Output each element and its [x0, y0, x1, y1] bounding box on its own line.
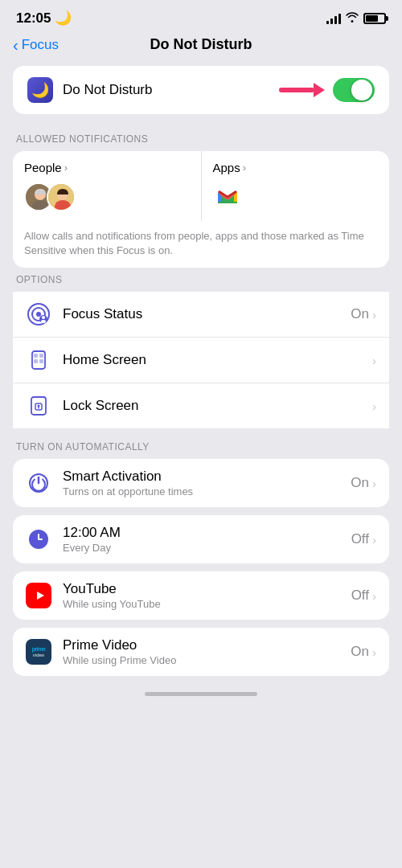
- youtube-card[interactable]: YouTube While using YouTube Off ›: [13, 571, 389, 620]
- battery-icon: [363, 13, 386, 24]
- youtube-value: Off: [351, 588, 369, 604]
- youtube-chevron-icon: ›: [372, 589, 376, 603]
- midnight-row[interactable]: 12:00 AM Every Day Off ›: [13, 515, 389, 563]
- back-button[interactable]: ‹ Focus: [13, 37, 59, 53]
- lock-screen-chevron-icon: ›: [372, 399, 376, 413]
- youtube-row[interactable]: YouTube While using YouTube Off ›: [13, 571, 389, 620]
- moon-icon: 🌙: [55, 10, 72, 27]
- nav-header: ‹ Focus Do Not Disturb: [0, 31, 402, 66]
- people-title: People ›: [24, 161, 190, 174]
- people-chevron-icon: ›: [64, 162, 68, 174]
- apps-section[interactable]: Apps ›: [202, 151, 390, 221]
- notifications-split: People ›: [13, 151, 389, 221]
- prime-video-title: Prime Video: [63, 637, 351, 653]
- gmail-icon: [213, 182, 242, 211]
- lock-screen-text: Lock Screen: [63, 398, 372, 414]
- midnight-title: 12:00 AM: [63, 525, 351, 541]
- focus-status-value: On: [351, 306, 369, 322]
- home-screen-title: Home Screen: [63, 352, 372, 368]
- youtube-title: YouTube: [63, 581, 351, 597]
- midnight-text: 12:00 AM Every Day: [63, 525, 351, 554]
- midnight-chevron-icon: ›: [372, 533, 376, 547]
- dnd-icon: 🌙: [27, 77, 53, 103]
- smart-activation-row[interactable]: Smart Activation Turns on at opportune t…: [13, 459, 389, 507]
- smart-activation-chevron-icon: ›: [372, 477, 376, 490]
- prime-video-right: On ›: [351, 644, 376, 660]
- svg-point-20: [38, 405, 40, 407]
- arrow-line: [279, 88, 314, 92]
- svg-rect-14: [34, 354, 38, 358]
- midnight-card[interactable]: 12:00 AM Every Day Off ›: [13, 515, 389, 563]
- people-section[interactable]: People ›: [13, 151, 202, 221]
- lock-screen-icon: [26, 393, 51, 419]
- clock-icon: [26, 526, 51, 552]
- apps-title: Apps ›: [213, 161, 379, 174]
- status-icons: [326, 11, 386, 25]
- dnd-left: 🌙 Do Not Disturb: [27, 77, 152, 103]
- svg-rect-16: [34, 359, 38, 363]
- youtube-icon: [26, 583, 51, 608]
- svg-point-11: [42, 316, 45, 319]
- allowed-notifications-card: People ›: [13, 151, 389, 268]
- youtube-text: YouTube While using YouTube: [63, 581, 351, 610]
- home-screen-chevron-icon: ›: [372, 354, 376, 367]
- status-time: 12:05 🌙: [16, 10, 72, 27]
- dnd-toggle[interactable]: [333, 78, 375, 102]
- back-chevron-icon: ‹: [13, 37, 18, 53]
- arrow-indicator: [279, 83, 325, 97]
- prime-video-card[interactable]: prime video Prime Video While using Prim…: [13, 628, 389, 676]
- dnd-label: Do Not Disturb: [63, 82, 152, 98]
- back-label: Focus: [22, 37, 59, 53]
- status-bar: 12:05 🌙: [0, 0, 402, 31]
- focus-status-title: Focus Status: [63, 306, 351, 322]
- svg-point-12: [41, 320, 46, 323]
- focus-status-row[interactable]: Focus Status On ›: [13, 292, 389, 338]
- smart-activation-value: On: [351, 475, 369, 491]
- allowed-notifications-label: ALLOWED NOTIFICATIONS: [13, 133, 389, 145]
- smart-activation-subtitle: Turns on at opportune times: [63, 485, 351, 497]
- smart-activation-text: Smart Activation Turns on at opportune t…: [63, 469, 351, 497]
- svg-rect-15: [39, 354, 43, 358]
- midnight-right: Off ›: [351, 531, 376, 547]
- prime-video-value: On: [351, 644, 369, 660]
- avatar: [47, 182, 76, 211]
- prime-video-row[interactable]: prime video Prime Video While using Prim…: [13, 628, 389, 676]
- arrow-head: [314, 83, 325, 97]
- auto-activation-label: TURN ON AUTOMATICALLY: [13, 441, 389, 452]
- focus-status-icon: [26, 301, 51, 327]
- smart-activation-title: Smart Activation: [63, 469, 351, 485]
- prime-video-chevron-icon: ›: [372, 645, 376, 659]
- focus-status-chevron-icon: ›: [372, 308, 376, 321]
- home-screen-row[interactable]: Home Screen ›: [13, 338, 389, 383]
- notification-description: Allow calls and notifications from peopl…: [13, 221, 389, 268]
- lock-screen-title: Lock Screen: [63, 398, 372, 414]
- lock-screen-row[interactable]: Lock Screen ›: [13, 383, 389, 428]
- home-screen-right: ›: [372, 354, 376, 367]
- home-screen-text: Home Screen: [63, 352, 372, 368]
- midnight-value: Off: [351, 531, 369, 547]
- prime-video-icon: prime video: [26, 639, 51, 665]
- options-card: Focus Status On › Home Screen: [13, 292, 389, 428]
- time-text: 12:05: [16, 10, 51, 27]
- apps-chevron-icon: ›: [243, 162, 246, 174]
- signal-icon: [326, 13, 341, 24]
- dnd-right: [279, 78, 375, 102]
- prime-video-subtitle: While using Prime Video: [63, 654, 351, 666]
- focus-status-right: On ›: [351, 306, 376, 322]
- wifi-icon: [346, 11, 359, 25]
- prime-video-text: Prime Video While using Prime Video: [63, 637, 351, 666]
- youtube-subtitle: While using YouTube: [63, 598, 351, 610]
- toggle-thumb: [351, 80, 372, 100]
- dnd-toggle-card: 🌙 Do Not Disturb: [13, 66, 389, 114]
- content: 🌙 Do Not Disturb ALLOWED NOTIFICATIONS P…: [0, 66, 402, 676]
- smart-activation-icon: [26, 470, 51, 496]
- svg-marker-24: [37, 592, 44, 600]
- smart-activation-card[interactable]: Smart Activation Turns on at opportune t…: [13, 459, 389, 507]
- focus-status-text: Focus Status: [63, 306, 351, 322]
- lock-screen-right: ›: [372, 399, 376, 413]
- options-label: OPTIONS: [13, 274, 389, 285]
- home-screen-icon: [26, 347, 51, 373]
- midnight-subtitle: Every Day: [63, 542, 351, 554]
- svg-rect-17: [39, 359, 43, 363]
- svg-point-9: [36, 312, 41, 317]
